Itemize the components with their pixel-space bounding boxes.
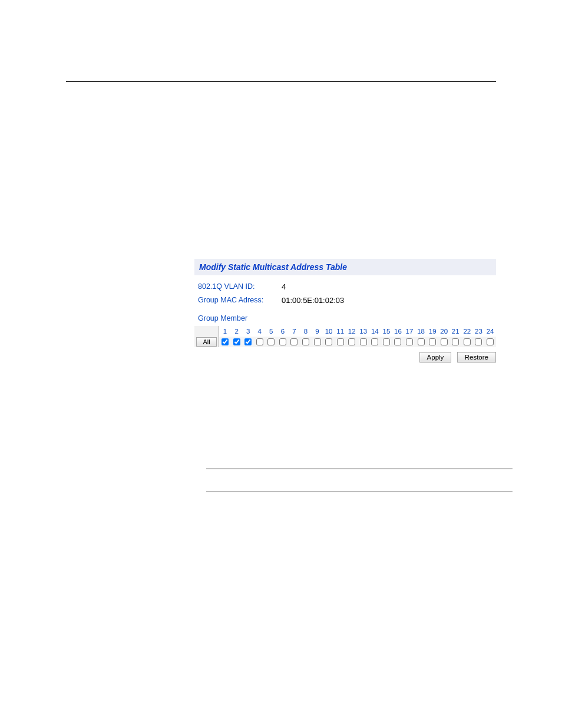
port-header-5: 5 — [265, 326, 277, 337]
port-cell-3 — [242, 337, 254, 347]
port-checkbox-10[interactable] — [325, 338, 332, 345]
port-header-row: 123456789101112131415161718192021222324 — [194, 326, 496, 337]
port-cell-8 — [300, 337, 312, 347]
port-header-22: 22 — [461, 326, 473, 337]
port-header-16: 16 — [392, 326, 404, 337]
mac-row: Group MAC Adress: 01:00:5E:01:02:03 — [198, 296, 492, 305]
port-header-11: 11 — [335, 326, 346, 337]
port-checkbox-23[interactable] — [475, 338, 482, 345]
vlan-id-label: 802.1Q VLAN ID: — [198, 282, 282, 291]
port-cell-14 — [369, 337, 381, 347]
port-header-21: 21 — [449, 326, 461, 337]
restore-button[interactable]: Restore — [457, 352, 496, 363]
port-checkbox-12[interactable] — [348, 338, 355, 345]
port-header-2: 2 — [231, 326, 243, 337]
port-cell-20 — [438, 337, 450, 347]
port-checkbox-7[interactable] — [290, 338, 297, 345]
port-header-10: 10 — [323, 326, 335, 337]
port-header-7: 7 — [289, 326, 300, 337]
port-checkbox-row: All — [194, 337, 496, 347]
port-header-8: 8 — [300, 326, 312, 337]
port-header-20: 20 — [438, 326, 450, 337]
port-cell-12 — [346, 337, 358, 347]
port-cell-4 — [254, 337, 266, 347]
port-cell-17 — [404, 337, 415, 347]
port-header-23: 23 — [473, 326, 485, 337]
horizontal-rule-3 — [206, 492, 513, 492]
port-checkbox-3[interactable] — [244, 338, 252, 345]
port-header-9: 9 — [312, 326, 323, 337]
port-cell-6 — [277, 337, 289, 347]
port-cell-16 — [392, 337, 404, 347]
port-checkbox-18[interactable] — [418, 338, 425, 345]
port-header-12: 12 — [346, 326, 358, 337]
button-row: Apply Restore — [194, 347, 496, 363]
port-checkbox-1[interactable] — [222, 338, 229, 345]
port-checkbox-24[interactable] — [487, 338, 494, 345]
vlan-row: 802.1Q VLAN ID: 4 — [198, 282, 492, 291]
vlan-id-value: 4 — [282, 282, 286, 291]
port-cell-11 — [335, 337, 346, 347]
port-cell-19 — [427, 337, 438, 347]
port-cell-2 — [231, 337, 243, 347]
apply-button[interactable]: Apply — [419, 352, 452, 363]
panel-title: Modify Static Multicast Address Table — [194, 259, 496, 275]
sub-lines — [206, 469, 562, 492]
port-header-1: 1 — [219, 326, 231, 337]
horizontal-rule-2 — [206, 469, 513, 469]
port-cell-7 — [289, 337, 300, 347]
port-checkbox-11[interactable] — [337, 338, 344, 345]
group-member-label: Group Member — [194, 311, 496, 326]
port-cell-9 — [312, 337, 323, 347]
port-cell-21 — [449, 337, 461, 347]
all-header-cell — [194, 326, 219, 337]
port-checkbox-20[interactable] — [441, 338, 448, 345]
port-header-6: 6 — [277, 326, 289, 337]
port-cell-24 — [484, 337, 496, 347]
port-checkbox-8[interactable] — [302, 338, 309, 345]
port-table: 123456789101112131415161718192021222324 … — [194, 326, 496, 347]
port-cell-23 — [473, 337, 485, 347]
port-checkbox-22[interactable] — [464, 338, 471, 345]
port-checkbox-2[interactable] — [233, 338, 240, 345]
port-checkbox-5[interactable] — [267, 338, 275, 345]
port-checkbox-21[interactable] — [452, 338, 459, 345]
port-header-19: 19 — [427, 326, 438, 337]
port-checkbox-13[interactable] — [360, 338, 367, 345]
port-header-15: 15 — [381, 326, 392, 337]
port-cell-22 — [461, 337, 473, 347]
port-checkbox-4[interactable] — [256, 338, 263, 345]
port-header-3: 3 — [242, 326, 254, 337]
port-cell-15 — [381, 337, 392, 347]
port-header-17: 17 — [404, 326, 415, 337]
port-header-18: 18 — [415, 326, 427, 337]
port-header-13: 13 — [358, 326, 369, 337]
port-cell-13 — [358, 337, 369, 347]
port-header-24: 24 — [484, 326, 496, 337]
port-header-4: 4 — [254, 326, 266, 337]
port-header-14: 14 — [369, 326, 381, 337]
port-cell-1 — [219, 337, 231, 347]
port-checkbox-15[interactable] — [383, 338, 390, 345]
multicast-panel: Modify Static Multicast Address Table 80… — [194, 259, 496, 363]
mac-address-label: Group MAC Adress: — [198, 296, 282, 305]
port-checkbox-17[interactable] — [406, 338, 413, 345]
port-cell-18 — [415, 337, 427, 347]
port-cell-10 — [323, 337, 335, 347]
port-checkbox-14[interactable] — [371, 338, 378, 345]
port-cell-5 — [265, 337, 277, 347]
port-checkbox-9[interactable] — [314, 338, 321, 345]
port-checkbox-16[interactable] — [394, 338, 401, 345]
mac-address-value: 01:00:5E:01:02:03 — [282, 296, 344, 305]
port-checkbox-19[interactable] — [429, 338, 436, 345]
panel-fields: 802.1Q VLAN ID: 4 Group MAC Adress: 01:0… — [194, 275, 496, 311]
horizontal-rule — [66, 81, 496, 82]
port-checkbox-6[interactable] — [279, 338, 286, 345]
all-button[interactable]: All — [196, 337, 216, 347]
all-button-cell: All — [194, 337, 219, 347]
